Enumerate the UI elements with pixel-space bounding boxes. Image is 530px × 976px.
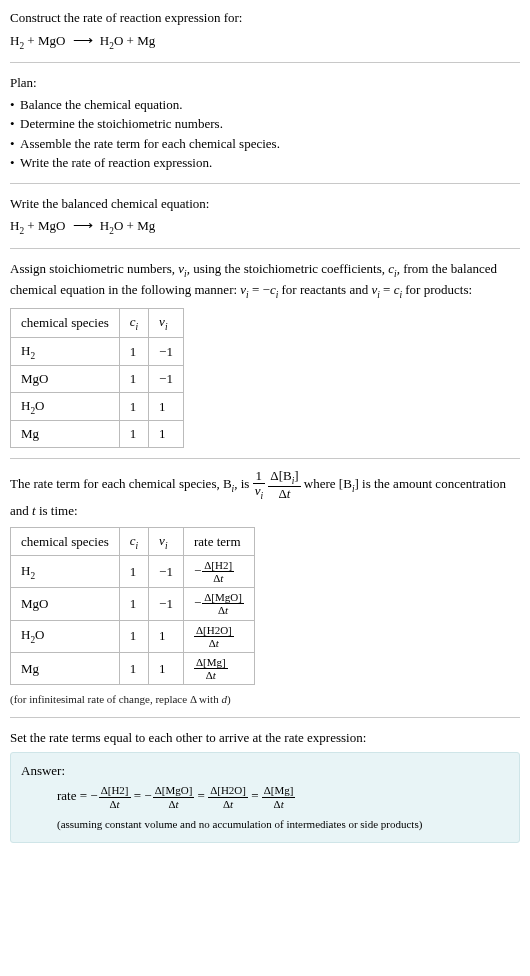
cell-c: 1 (119, 588, 148, 620)
cell-c: 1 (119, 620, 148, 652)
neg-sign: − (194, 563, 201, 578)
table-row: H2 1 −1 −Δ[H2]Δt (11, 556, 255, 588)
prompt-section: Construct the rate of reaction expressio… (10, 8, 520, 52)
frac-den: Δt (153, 798, 195, 810)
text: = (380, 282, 394, 297)
eq-h2: H2 + MgO (10, 33, 65, 48)
fraction: Δ[MgO]Δt (153, 784, 195, 809)
eq-h2: H2 + MgO (10, 218, 65, 233)
cell-species: H2 (11, 556, 120, 588)
frac-den: νi (253, 484, 265, 501)
stoich-table: chemical species ci νi H21−1 MgO1−1 H2O1… (10, 308, 184, 448)
cell-c: 1 (119, 652, 148, 684)
cell-nu: −1 (149, 588, 184, 620)
rate-term-table: chemical species ci νi rate term H2 1 −1… (10, 527, 255, 685)
cell-species: MgO (11, 588, 120, 620)
divider (10, 248, 520, 249)
table-row: Mg11 (11, 421, 184, 448)
eq-products: H2O + Mg (100, 218, 155, 233)
frac-den: Δt (202, 604, 244, 616)
plan-item: •Determine the stoichiometric numbers. (10, 114, 520, 134)
plan-item-text: Balance the chemical equation. (20, 97, 182, 112)
divider (10, 717, 520, 718)
cell-species: Mg (11, 421, 120, 448)
fraction: Δ[Mg]Δt (194, 656, 228, 681)
text: The rate term for each chemical species,… (10, 476, 232, 491)
cell-rate: −Δ[MgO]Δt (183, 588, 254, 620)
plan-item-text: Assemble the rate term for each chemical… (20, 136, 280, 151)
answer-note: (assuming constant volume and no accumul… (57, 816, 509, 833)
rate-term-intro: The rate term for each chemical species,… (10, 469, 520, 521)
cell-c: 1 (119, 337, 148, 366)
text: , using the stoichiometric coefficients, (187, 261, 389, 276)
table-row: MgO 1 −1 −Δ[MgO]Δt (11, 588, 255, 620)
cell-species: MgO (11, 366, 120, 393)
frac-num: Δ[MgO] (153, 784, 195, 797)
cell-c: 1 (119, 392, 148, 421)
balanced-section: Write the balanced chemical equation: H2… (10, 194, 520, 238)
text: is time: (36, 503, 78, 518)
text: where [B (304, 476, 352, 491)
table-header-row: chemical species ci νi rate term (11, 527, 255, 556)
balanced-title: Write the balanced chemical equation: (10, 194, 520, 214)
frac-num: Δ[H2O] (208, 784, 248, 797)
eq-sign: = (198, 788, 209, 803)
c-symbol: ci (394, 282, 402, 297)
arrow-icon: ⟶ (73, 215, 93, 236)
cell-rate: Δ[Mg]Δt (183, 652, 254, 684)
frac-den: Δt (262, 798, 296, 810)
frac-den: Δt (99, 798, 131, 810)
cell-rate: Δ[H2O]Δt (183, 620, 254, 652)
frac-num: Δ[H2] (99, 784, 131, 797)
arrow-icon: ⟶ (73, 30, 93, 51)
fraction: Δ[H2O]Δt (194, 624, 234, 649)
neg-sign: − (90, 788, 97, 803)
cell-c: 1 (119, 421, 148, 448)
rate-note: (for infinitesimal rate of change, repla… (10, 691, 520, 708)
frac-den: Δt (208, 798, 248, 810)
bullet-icon: • (10, 134, 20, 154)
frac-den: Δt (202, 572, 234, 584)
cell-rate: −Δ[H2]Δt (183, 556, 254, 588)
answer-box: Answer: rate = −Δ[H2]Δt = −Δ[MgO]Δt = Δ[… (10, 752, 520, 843)
fraction: Δ[MgO]Δt (202, 591, 244, 616)
neg-sign: − (194, 595, 201, 610)
cell-nu: 1 (149, 652, 184, 684)
bullet-icon: • (10, 114, 20, 134)
neg-sign: − (144, 788, 151, 803)
col-species: chemical species (11, 309, 120, 338)
plan-item: •Balance the chemical equation. (10, 95, 520, 115)
plan-item-text: Write the rate of reaction expression. (20, 155, 212, 170)
fraction: Δ[H2]Δt (99, 784, 131, 809)
cell-c: 1 (119, 556, 148, 588)
col-nui: νi (149, 527, 184, 556)
eq-products: H2O + Mg (100, 33, 155, 48)
answer-expression: rate = −Δ[H2]Δt = −Δ[MgO]Δt = Δ[H2O]Δt =… (57, 784, 509, 809)
table-row: H2O11 (11, 392, 184, 421)
reaction-equation: H2 + MgO ⟶ H2O + Mg (10, 30, 520, 53)
cell-species: H2O (11, 620, 120, 652)
fraction: Δ[H2O]Δt (208, 784, 248, 809)
plan-item: •Assemble the rate term for each chemica… (10, 134, 520, 154)
nu-symbol: νi (371, 282, 379, 297)
table-row: MgO1−1 (11, 366, 184, 393)
plan-item: •Write the rate of reaction expression. (10, 153, 520, 173)
text: for reactants and (278, 282, 371, 297)
plan-list: •Balance the chemical equation. •Determi… (10, 95, 520, 173)
text: = − (249, 282, 270, 297)
plan-section: Plan: •Balance the chemical equation. •D… (10, 73, 520, 173)
cell-nu: −1 (149, 337, 184, 366)
final-title: Set the rate terms equal to each other t… (10, 728, 520, 748)
text: Assign stoichiometric numbers, (10, 261, 178, 276)
plan-item-text: Determine the stoichiometric numbers. (20, 116, 223, 131)
cell-nu: 1 (149, 421, 184, 448)
frac-num: Δ[Mg] (194, 656, 228, 669)
answer-label: Answer: (21, 761, 509, 781)
stoich-intro: Assign stoichiometric numbers, νi, using… (10, 259, 520, 302)
text: for products: (402, 282, 472, 297)
fraction: Δ[Mg]Δt (262, 784, 296, 809)
frac-num: 1 (253, 469, 265, 484)
col-rate: rate term (183, 527, 254, 556)
table-header-row: chemical species ci νi (11, 309, 184, 338)
plan-title: Plan: (10, 73, 520, 93)
